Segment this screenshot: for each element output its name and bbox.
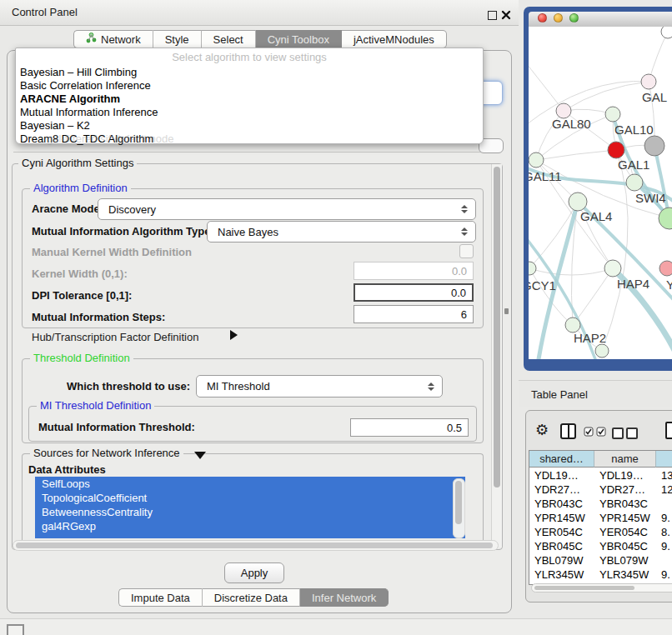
tab-jactivemnodules[interactable]: jActiveMNodules: [342, 30, 447, 48]
node-label: GAL4: [580, 209, 612, 223]
mi-algorithm-type-combobox[interactable]: Naive Bayes: [207, 221, 476, 242]
algorithm-option[interactable]: Basic Correlation Inference: [20, 79, 151, 92]
network-node[interactable]: [661, 27, 672, 38]
table-row[interactable]: YBR045CYBR045C9.: [529, 539, 672, 553]
tab-style[interactable]: Style: [153, 30, 202, 48]
float-window-icon[interactable]: [488, 11, 497, 20]
close-traffic-light-icon[interactable]: [538, 13, 547, 22]
network-view-canvas[interactable]: GALGAL80GAL10GAL1GAL11SWI4GAL4GCY1HAP4YH…: [529, 27, 672, 359]
network-node[interactable]: [595, 344, 609, 358]
node-attribute-table[interactable]: shared…nameAYDL19…YDL19…13YDR27…YDR27…12…: [529, 450, 672, 585]
node-label: GAL11: [529, 169, 562, 183]
table-row[interactable]: YPR145WYPR145W9.: [529, 511, 672, 525]
attributes-list-scrollbar[interactable]: [453, 478, 465, 538]
tab-select[interactable]: Select: [202, 30, 256, 48]
attribute-item-selected[interactable]: gal4RGexp: [35, 519, 465, 533]
network-edge: [649, 32, 668, 82]
network-canvas-svg: GALGAL80GAL10GAL1GAL11SWI4GAL4GCY1HAP4YH…: [529, 27, 672, 359]
network-node[interactable]: [529, 152, 544, 168]
table-row[interactable]: YDL19…YDL19…13: [529, 468, 672, 482]
table-cell: YBR045C: [529, 539, 594, 553]
dpi-tolerance-field[interactable]: [354, 283, 474, 302]
mi-steps-label: Mutual Information Steps:: [32, 311, 165, 324]
node-label: SWI4: [635, 191, 666, 205]
column-header[interactable]: name: [594, 451, 656, 468]
tab-cyni-toolbox[interactable]: Cyni Toolbox: [256, 30, 342, 48]
tab-network[interactable]: Network: [73, 30, 153, 48]
network-node[interactable]: [604, 260, 621, 277]
algorithm-option[interactable]: Bayesian – K2: [20, 119, 90, 132]
mi-threshold-label: Mutual Information Threshold:: [38, 421, 195, 434]
table-cell: YBR045C: [594, 539, 656, 553]
network-node[interactable]: [659, 261, 672, 276]
network-collection-ghost-label: gal-filtered sif default node: [47, 132, 173, 145]
table-cell: 8.: [656, 525, 672, 539]
minimize-traffic-light-icon[interactable]: [554, 13, 563, 22]
kernel-width-label: Kernel Width (0,1):: [32, 268, 128, 281]
table-panel-title: Table Panel: [531, 388, 588, 401]
aracne-mode-combobox[interactable]: Discovery: [98, 198, 476, 220]
gear-icon[interactable]: ⚙: [535, 422, 549, 438]
top-tab-bar: NetworkStyleSelectCyni ToolboxjActiveMNo…: [73, 30, 447, 48]
settings-horizontal-scrollbar-thumb[interactable]: [16, 542, 493, 548]
bottom-tab-infer-network[interactable]: Infer Network: [300, 588, 389, 607]
file-icon[interactable]: [665, 422, 672, 439]
table-horizontal-scrollbar-thumb[interactable]: [534, 586, 634, 590]
bottom-tab-impute-data[interactable]: Impute Data: [118, 588, 203, 607]
table-row[interactable]: YLR345WYLR345W9.: [529, 568, 672, 582]
algorithm-option[interactable]: Mutual Information Inference: [20, 106, 158, 119]
dock-panel-icon[interactable]: [7, 624, 24, 635]
network-node[interactable]: [659, 208, 672, 229]
attribute-item-selected[interactable]: BetweennessCentrality: [35, 505, 465, 519]
network-node[interactable]: [569, 192, 587, 211]
attribute-item-selected[interactable]: SelfLoops: [35, 477, 465, 491]
network-edge: [536, 150, 616, 160]
settings-vertical-scrollbar[interactable]: [491, 164, 502, 548]
network-node[interactable]: [605, 107, 620, 122]
control-panel-title: Control Panel: [12, 6, 78, 18]
table-row[interactable]: YER054CYER054C8.: [529, 525, 672, 539]
data-attributes-list[interactable]: SelfLoopsTopologicalCoefficientBetweenne…: [35, 477, 465, 538]
bottom-tab-discretize-data[interactable]: Discretize Data: [203, 588, 300, 607]
network-node[interactable]: [529, 262, 536, 275]
panel-splitter-handle[interactable]: [504, 308, 509, 314]
column-header[interactable]: shared…: [529, 451, 594, 468]
hub-definition-label[interactable]: Hub/Transcription Factor Definition: [32, 331, 198, 343]
manual-kernel-width-checkbox[interactable]: [459, 244, 474, 258]
table-row[interactable]: YBR043CYBR043C: [529, 497, 672, 511]
network-edge: [602, 150, 628, 351]
mi-steps-field[interactable]: [354, 305, 474, 323]
deselect-all-icon[interactable]: [612, 428, 638, 439]
scrollpane-top-border: [13, 152, 500, 152]
close-icon[interactable]: [501, 10, 511, 20]
apply-button[interactable]: Apply: [224, 562, 284, 583]
algorithm-option[interactable]: ARACNE Algorithm: [20, 92, 120, 106]
settings-horizontal-scrollbar[interactable]: [13, 540, 499, 551]
bottom-strip: [0, 619, 672, 635]
zoom-traffic-light-icon[interactable]: [569, 13, 579, 22]
settings-vertical-scrollbar-thumb[interactable]: [494, 167, 500, 488]
spinner-arrows-icon: [428, 382, 434, 391]
network-node[interactable]: [641, 74, 656, 89]
mi-threshold-field[interactable]: [350, 418, 469, 437]
network-node[interactable]: [608, 142, 624, 158]
expand-arrow-icon[interactable]: [230, 330, 238, 340]
split-view-icon[interactable]: [560, 423, 576, 439]
spinner-arrows-icon: [461, 228, 468, 236]
algorithm-option[interactable]: Bayesian – Hill Climbing: [20, 66, 137, 79]
algorithm-popup-placeholder: Select algorithm to view settings: [16, 51, 483, 63]
attributes-list-scrollbar-thumb[interactable]: [455, 481, 462, 524]
which-threshold-combobox[interactable]: MI Threshold: [196, 375, 443, 398]
attribute-item-selected[interactable]: TopologicalCoefficient: [35, 491, 465, 505]
collapse-arrow-icon[interactable]: [194, 452, 206, 459]
table-row[interactable]: YDR27…YDR27…12: [529, 482, 672, 497]
network-window-titlebar[interactable]: [529, 12, 672, 28]
select-all-icon[interactable]: [584, 427, 606, 437]
network-node[interactable]: [644, 136, 664, 156]
network-icon: [86, 32, 97, 46]
kernel-width-field[interactable]: [354, 262, 474, 280]
network-node[interactable]: [626, 174, 643, 191]
table-row[interactable]: YBL079WYBL079W: [529, 553, 672, 568]
table-horizontal-scrollbar[interactable]: [531, 583, 672, 592]
column-header[interactable]: A: [656, 451, 672, 468]
